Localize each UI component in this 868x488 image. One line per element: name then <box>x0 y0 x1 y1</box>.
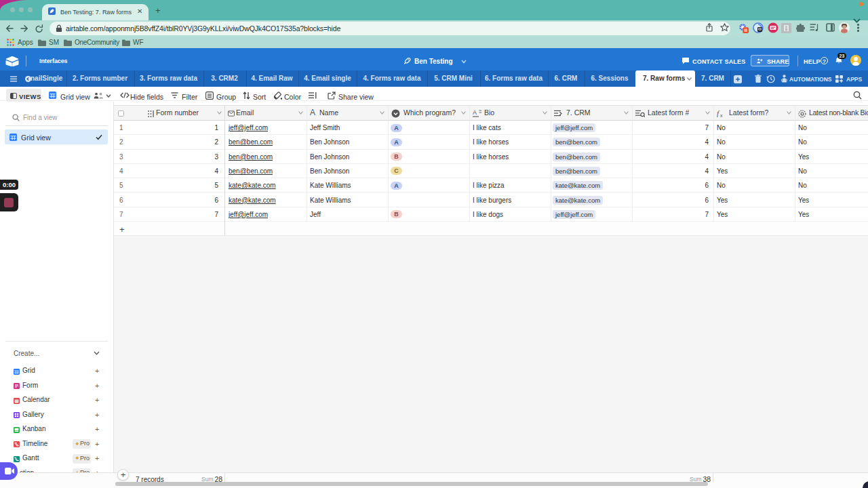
svg-text:x: x <box>720 113 723 118</box>
svg-text:A: A <box>473 109 477 116</box>
